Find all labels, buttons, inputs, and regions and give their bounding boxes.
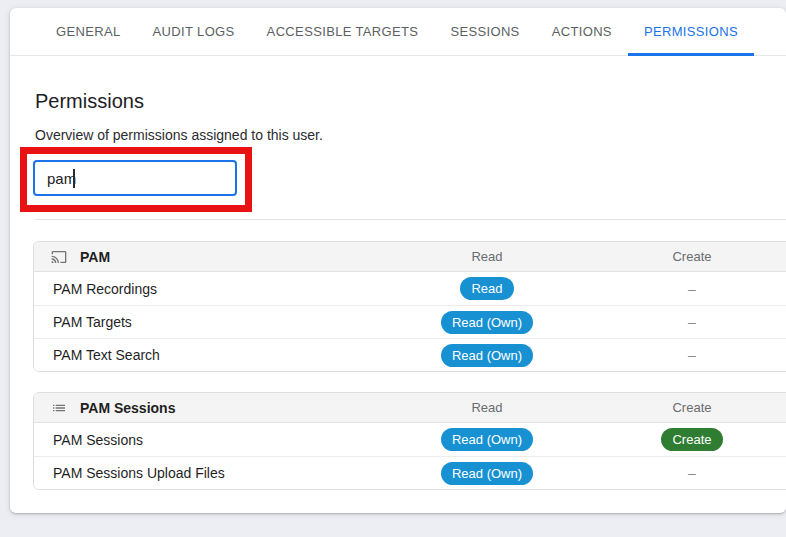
tab-label: AUDIT LOGS	[153, 24, 235, 39]
divider	[35, 219, 786, 220]
column-header-create: Create	[585, 249, 786, 264]
permission-name: PAM Sessions	[34, 432, 389, 448]
permission-badge: Read (Own)	[441, 344, 533, 367]
create-cell: –	[585, 464, 786, 482]
column-header-read: Read	[389, 400, 585, 415]
tab-label: SESSIONS	[450, 24, 519, 39]
read-cell: Read (Own)	[389, 311, 585, 334]
read-cell: Read	[389, 277, 585, 300]
list-icon	[51, 400, 67, 416]
tab-sessions[interactable]: SESSIONS	[434, 8, 535, 55]
permission-name: PAM Recordings	[34, 281, 389, 297]
permission-badge: Read	[460, 277, 513, 300]
column-header-read: Read	[389, 249, 585, 264]
tab-general[interactable]: GENERAL	[40, 8, 137, 55]
create-cell: –	[585, 313, 786, 331]
empty-permission-dash: –	[688, 314, 696, 330]
column-header-create: Create	[585, 400, 786, 415]
create-cell: –	[585, 280, 786, 298]
permissions-panel: Permissions Overview of permissions assi…	[10, 89, 786, 490]
permissions-table-pam: PAM ReadCreate PAM Recordings Read – PAM…	[33, 241, 786, 372]
permission-badge: Read (Own)	[441, 462, 533, 485]
table-row: PAM Sessions Read (Own) Create	[34, 423, 786, 456]
tab-audit-logs[interactable]: AUDIT LOGS	[137, 8, 251, 55]
tab-bar: GENERAL AUDIT LOGS ACCESSIBLE TARGETS SE…	[10, 8, 786, 56]
table-row: PAM Sessions Upload Files Read (Own) –	[34, 456, 786, 489]
tab-accessible-targets[interactable]: ACCESSIBLE TARGETS	[251, 8, 435, 55]
permission-name: PAM Targets	[34, 314, 389, 330]
permissions-search-input[interactable]	[33, 160, 237, 196]
tab-permissions[interactable]: PERMISSIONS	[628, 8, 754, 55]
read-cell: Read (Own)	[389, 344, 585, 367]
table-row: PAM Recordings Read –	[34, 272, 786, 305]
tab-actions[interactable]: ACTIONS	[536, 8, 628, 55]
permission-name: PAM Sessions Upload Files	[34, 465, 389, 481]
user-details-card: GENERAL AUDIT LOGS ACCESSIBLE TARGETS SE…	[10, 8, 786, 513]
tables: PAM ReadCreate PAM Recordings Read – PAM…	[35, 241, 786, 490]
table-row: PAM Targets Read (Own) –	[34, 305, 786, 338]
table-header-row: PAM ReadCreate	[34, 242, 786, 272]
create-cell: –	[585, 346, 786, 364]
create-cell: Create	[585, 428, 786, 451]
table-title: PAM Sessions	[80, 400, 175, 416]
read-cell: Read (Own)	[389, 428, 585, 451]
page-subtitle: Overview of permissions assigned to this…	[35, 127, 786, 143]
tab-label: PERMISSIONS	[644, 24, 738, 39]
empty-permission-dash: –	[688, 347, 696, 363]
table-title: PAM	[80, 249, 110, 265]
tab-label: GENERAL	[56, 24, 121, 39]
empty-permission-dash: –	[688, 465, 696, 481]
permission-name: PAM Text Search	[34, 347, 389, 363]
permission-badge: Read (Own)	[441, 428, 533, 451]
tab-label: ACCESSIBLE TARGETS	[267, 24, 419, 39]
tab-label: ACTIONS	[552, 24, 612, 39]
table-header-row: PAM Sessions ReadCreate	[34, 393, 786, 423]
table-row: PAM Text Search Read (Own) –	[34, 338, 786, 371]
empty-permission-dash: –	[688, 281, 696, 297]
permissions-table-pam-sessions: PAM Sessions ReadCreate PAM Sessions Rea…	[33, 392, 786, 490]
search-area	[35, 160, 786, 196]
read-cell: Read (Own)	[389, 462, 585, 485]
permission-badge: Create	[661, 428, 722, 451]
page-title: Permissions	[35, 89, 786, 113]
permission-badge: Read (Own)	[441, 311, 533, 334]
cast-icon	[51, 249, 67, 265]
